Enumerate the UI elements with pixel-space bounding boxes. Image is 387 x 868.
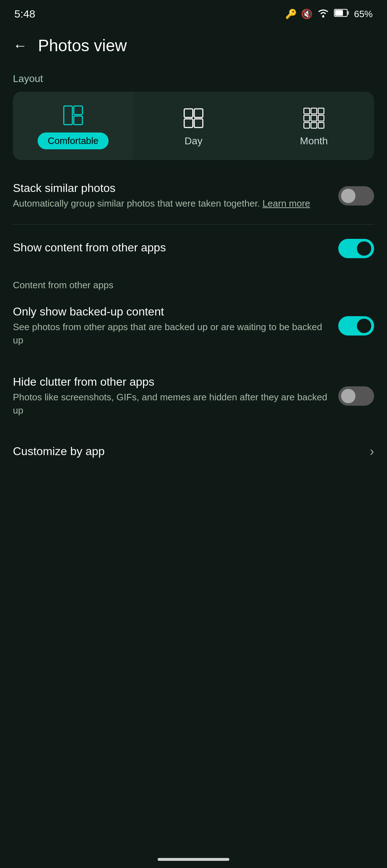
hide-clutter-desc: Photos like screenshots, GIFs, and memes… [13, 391, 328, 417]
svg-rect-11 [304, 108, 310, 114]
layout-label: Layout [13, 73, 374, 85]
layout-option-day[interactable]: Day [133, 92, 254, 160]
svg-rect-7 [184, 109, 193, 117]
backed-up-item: Only show backed-up content See photos f… [13, 294, 374, 357]
learn-more-link[interactable]: Learn more [263, 198, 310, 209]
battery-percent: 65% [354, 9, 373, 20]
svg-rect-12 [311, 108, 317, 114]
page-title: Photos view [38, 36, 127, 55]
svg-rect-8 [194, 109, 203, 117]
svg-rect-3 [335, 10, 343, 16]
stack-similar-desc: Automatically group similar photos that … [13, 197, 328, 210]
svg-rect-6 [74, 116, 82, 125]
wifi-icon [317, 8, 330, 20]
customize-by-app-item[interactable]: Customize by app › [0, 431, 387, 472]
customize-chevron-icon: › [370, 444, 374, 459]
day-icon [183, 107, 204, 129]
backed-up-content: Only show backed-up content See photos f… [13, 305, 338, 347]
svg-point-0 [322, 15, 324, 18]
show-content-toggle[interactable] [338, 239, 374, 258]
month-label: Month [300, 135, 328, 147]
backed-up-knob [357, 319, 371, 333]
show-content-title: Show content from other apps [13, 241, 328, 254]
stack-similar-section: Stack similar photos Automatically group… [0, 167, 387, 224]
comfortable-badge: Comfortable [38, 132, 109, 149]
svg-rect-16 [318, 115, 324, 121]
hide-clutter-toggle[interactable] [338, 386, 374, 406]
backed-up-title: Only show backed-up content [13, 305, 328, 318]
layout-option-month[interactable]: Month [254, 92, 374, 160]
battery-icon [334, 8, 350, 20]
month-icon [303, 107, 325, 129]
back-button[interactable]: ← [13, 38, 27, 54]
content-other-apps-section: Show content from other apps [0, 225, 387, 273]
stack-similar-knob [341, 189, 355, 203]
key-icon: 🔑 [285, 9, 297, 20]
svg-rect-9 [184, 119, 193, 127]
svg-rect-15 [311, 115, 317, 121]
svg-rect-10 [194, 119, 203, 127]
show-content-content: Show content from other apps [13, 241, 338, 256]
status-time: 5:48 [14, 8, 35, 20]
backed-up-toggle[interactable] [338, 316, 374, 336]
svg-rect-19 [318, 122, 324, 128]
show-content-knob [357, 241, 371, 256]
stack-similar-content: Stack similar photos Automatically group… [13, 182, 338, 210]
layout-selector: Comfortable Day [13, 92, 374, 160]
hide-clutter-item: Hide clutter from other apps Photos like… [13, 365, 374, 428]
svg-rect-2 [347, 11, 349, 15]
svg-rect-5 [74, 106, 82, 115]
backed-up-section: Only show backed-up content See photos f… [0, 291, 387, 361]
hide-clutter-title: Hide clutter from other apps [13, 375, 328, 389]
stack-similar-item: Stack similar photos Automatically group… [13, 171, 374, 221]
customize-by-app-title: Customize by app [13, 445, 105, 458]
home-indicator [158, 858, 229, 861]
hide-clutter-section: Hide clutter from other apps Photos like… [0, 361, 387, 431]
stack-similar-toggle[interactable] [338, 186, 374, 206]
content-sub-label: Content from other apps [0, 273, 387, 291]
day-label: Day [185, 135, 202, 147]
mute-icon: 🔇 [301, 9, 312, 20]
status-icons: 🔑 🔇 65% [285, 8, 373, 20]
backed-up-desc: See photos from other apps that are back… [13, 320, 328, 347]
svg-rect-4 [64, 106, 72, 125]
show-content-item: Show content from other apps [13, 228, 374, 269]
hide-clutter-knob [341, 389, 355, 403]
stack-similar-title: Stack similar photos [13, 182, 328, 195]
svg-rect-17 [304, 122, 310, 128]
svg-rect-13 [318, 108, 324, 114]
layout-option-comfortable[interactable]: Comfortable [13, 92, 133, 160]
svg-rect-18 [311, 122, 317, 128]
status-bar: 5:48 🔑 🔇 65% [0, 0, 387, 25]
hide-clutter-content: Hide clutter from other apps Photos like… [13, 375, 338, 417]
header: ← Photos view [0, 25, 387, 62]
comfortable-icon [62, 105, 84, 126]
svg-rect-14 [304, 115, 310, 121]
layout-section: Layout Comfortable Day [0, 62, 387, 167]
